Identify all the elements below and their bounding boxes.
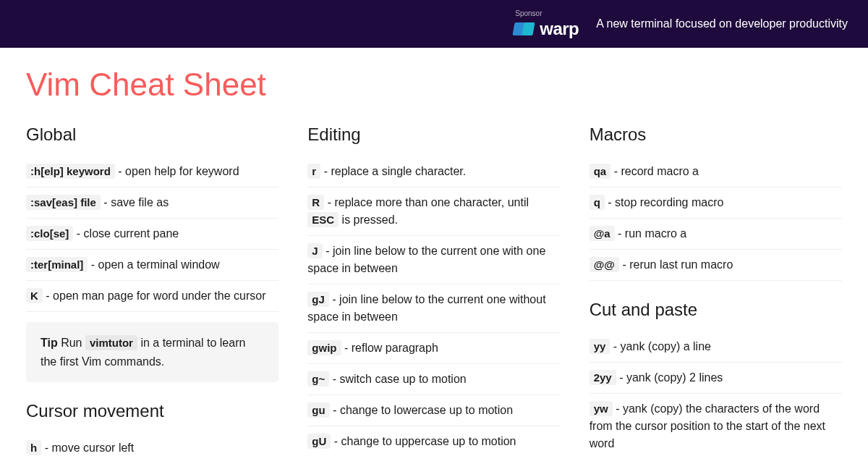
cmd-key: K (26, 288, 43, 303)
cmd-key: g~ (307, 371, 329, 387)
cmd-desc: - join line below to the current one wit… (307, 293, 545, 323)
cmd-row: J - join line below to the current one w… (307, 236, 560, 284)
sponsor-tagline: A new terminal focused on developer prod… (596, 17, 848, 30)
cmd-desc: - open man page for word under the curso… (46, 290, 265, 302)
cmd-desc: - yank (copy) a line (613, 340, 711, 352)
cmd-desc: - close current pane (77, 227, 179, 240)
cmd-key: gwip (307, 340, 341, 355)
section-macros-heading: Macros (590, 124, 842, 145)
cmd-desc: - open help for keyword (118, 165, 239, 177)
tip-code: vimtutor (85, 335, 137, 350)
section-cutpaste-heading: Cut and paste (590, 300, 842, 320)
cmd-row: gJ - join line below to the current one … (307, 284, 560, 333)
warp-icon (514, 22, 535, 35)
cmd-desc: - replace more than one character, until… (307, 196, 529, 227)
cmd-row: :sav[eas] file - save file as (26, 187, 278, 219)
cmd-key: h (26, 440, 41, 455)
tip-label: Tip (41, 337, 58, 349)
cmd-row: @@ - rerun last run macro (590, 250, 842, 281)
cmd-desc: - run macro a (618, 227, 686, 240)
section-cursor-heading: Cursor movement (26, 401, 278, 421)
cmd-key: J (307, 243, 322, 258)
cmd-row: R - replace more than one character, unt… (307, 187, 560, 236)
cmd-key: :h[elp] keyword (26, 164, 115, 179)
cmd-key: gU (307, 434, 331, 449)
cmd-desc: - change to lowercase up to motion (333, 404, 513, 416)
cmd-desc: - yank (copy) 2 lines (619, 371, 723, 384)
cmd-row: yw - yank (copy) the characters of the w… (590, 394, 842, 456)
tip-text: Run (61, 337, 85, 349)
cmd-row: gu - change to lowercase up to motion (307, 395, 560, 426)
cmd-row: :clo[se] - close current pane (26, 219, 278, 250)
cmd-key: :ter[minal] (26, 257, 88, 272)
cmd-key: :sav[eas] file (26, 195, 101, 210)
cmd-row: r - replace a single character. (307, 156, 560, 187)
cmd-desc: - move cursor left (45, 442, 135, 454)
cmd-row: q - stop recording macro (590, 187, 842, 219)
cmd-row: 2yy - yank (copy) 2 lines (590, 363, 842, 394)
col-1: Global :h[elp] keyword - open help for k… (26, 120, 278, 456)
cmd-row: h - move cursor left (26, 433, 278, 456)
cmd-desc: - replace a single character. (324, 165, 467, 177)
content: Vim Cheat Sheet Global :h[elp] keyword -… (0, 48, 868, 456)
cmd-desc: - yank (copy) the characters of the word… (590, 402, 825, 449)
sponsor-logo: warp (514, 19, 579, 39)
cmd-key: qa (590, 164, 611, 179)
cmd-desc: - change to uppercase up to motion (334, 435, 516, 447)
cmd-row: @a - run macro a (590, 219, 842, 250)
cmd-row: g~ - switch case up to motion (307, 364, 560, 395)
col-3: Macros qa - record macro a q - stop reco… (590, 120, 842, 456)
cmd-desc: - reflow paragraph (344, 342, 438, 354)
cmd-key: yw (590, 401, 613, 416)
cmd-desc: - save file as (103, 196, 169, 208)
section-editing-heading: Editing (307, 124, 560, 145)
cmd-desc: - open a terminal window (91, 258, 220, 271)
cmd-key: gJ (307, 292, 329, 307)
cmd-key: yy (590, 339, 610, 354)
cmd-key: q (590, 195, 605, 210)
columns: Global :h[elp] keyword - open help for k… (26, 120, 842, 456)
cmd-row: gwip - reflow paragraph (307, 333, 560, 364)
section-global-heading: Global (26, 124, 278, 145)
cmd-desc: - switch case up to motion (333, 373, 467, 385)
cmd-row: K - open man page for word under the cur… (26, 281, 278, 312)
cmd-row: yy - yank (copy) a line (590, 332, 842, 363)
cmd-key: @a (590, 226, 615, 241)
cmd-key: R (307, 195, 324, 210)
cmd-key2: ESC (307, 212, 339, 227)
cmd-key: r (307, 164, 320, 179)
cmd-key: gu (307, 402, 329, 418)
sponsor-block[interactable]: Sponsor warp (514, 9, 579, 39)
cmd-desc: - rerun last run macro (622, 258, 733, 271)
cmd-key: @@ (590, 257, 619, 272)
sponsor-brand: warp (540, 19, 579, 39)
cmd-row: gU - change to uppercase up to motion (307, 426, 560, 456)
cmd-desc: - stop recording macro (608, 196, 723, 208)
tip-box: Tip Run vimtutor in a terminal to learn … (26, 322, 278, 382)
cmd-key: :clo[se] (26, 226, 73, 241)
cmd-row: :ter[minal] - open a terminal window (26, 250, 278, 281)
cmd-desc: - record macro a (614, 165, 699, 177)
cmd-desc: - join line below to the current one wit… (307, 245, 545, 274)
page-title: Vim Cheat Sheet (26, 67, 842, 103)
sponsor-bar: Sponsor warp A new terminal focused on d… (0, 0, 868, 48)
col-2: Editing r - replace a single character. … (307, 120, 560, 456)
sponsor-label: Sponsor (515, 9, 542, 17)
cmd-row: :h[elp] keyword - open help for keyword (26, 156, 278, 187)
cmd-key: 2yy (590, 370, 616, 385)
cmd-row: qa - record macro a (590, 156, 842, 187)
